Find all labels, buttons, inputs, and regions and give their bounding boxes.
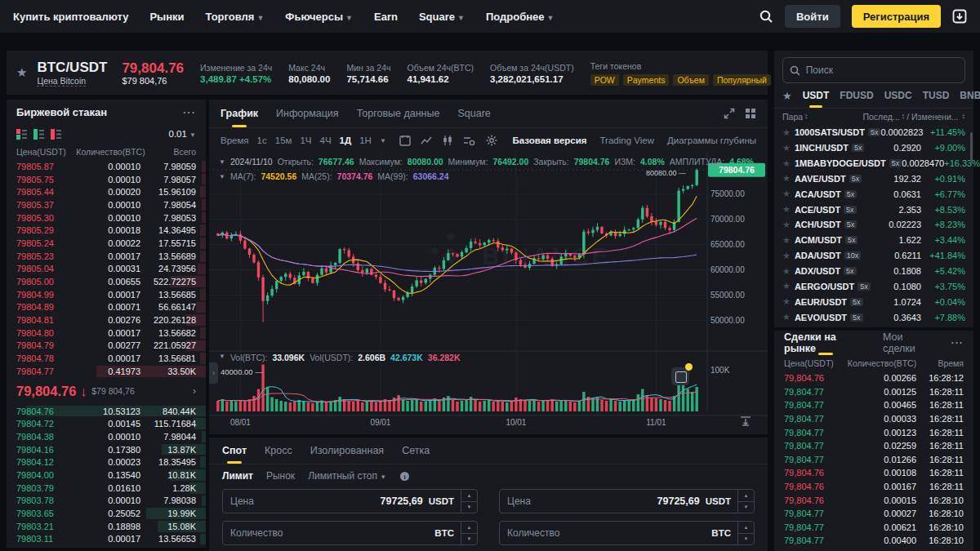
orderbook-row[interactable]: 79804.890.0007156.66147 [7,301,206,314]
quote-tab-FDUSD[interactable]: FDUSD [840,83,873,108]
orderbook-row[interactable]: 79804.000.1354010.81K [7,469,206,482]
sell-price-stepper[interactable]: ▲▼ [737,490,754,513]
favorite-star-icon[interactable]: ★ [782,312,791,322]
orderbook-row[interactable]: 79805.750.000107.98057 [7,173,206,186]
trade-row[interactable]: 79,804.770.0003316:28:11 [774,412,973,426]
candlestick-chart[interactable]: 75000.0070000.0065000.0060000.0055000.00… [209,152,768,431]
collapse-caret-icon[interactable]: ▼ [219,158,225,166]
favorite-star-icon[interactable]: ★ [782,220,791,230]
token-tag[interactable]: Объем [673,74,708,86]
sell-price-field[interactable]: Цена 79725,69 USDT ▲▼ [499,489,755,513]
interval-dropdown-icon[interactable]: ▼ [380,137,386,144]
tab-my-trades[interactable]: Мои сделки [883,331,937,355]
quote-tab-USDT[interactable]: USDT [803,83,830,108]
orderbook-row[interactable]: 79803.210.1889815.08K [7,520,206,533]
market-pair-row[interactable]: ★AERGO/USDT5x0.1080+3.75% [774,278,973,294]
more-chevron-icon[interactable]: › [193,385,196,397]
trade-row[interactable]: 79,804.760.0010816:28:11 [774,466,973,480]
trade-row[interactable]: 79,804.770.0002716:28:10 [774,507,973,521]
favorite-star-icon[interactable]: ★ [16,65,27,80]
search-input[interactable] [804,64,958,77]
pane-collapse-handle[interactable]: › [209,362,218,384]
interval-1Ч[interactable]: 1Ч [300,136,311,145]
trades-menu-icon[interactable]: ··· [951,337,964,349]
trade-row[interactable]: 79,804.760.0026616:28:12 [774,371,973,385]
orderbook-row[interactable]: 79804.770.4197333.50K [7,365,206,378]
token-tag[interactable]: Популярный [713,74,771,86]
trade-row[interactable]: 79,804.770.0062116:28:10 [774,521,973,535]
orderbook-row[interactable]: 79805.000.00655522.72275 [7,275,206,288]
view-option[interactable]: Trading View [599,136,653,145]
orderbook-row[interactable]: 79805.040.0003124.73956 [7,263,206,276]
market-pair-row[interactable]: ★ACH/USDT5x0.02223+8.23% [774,217,973,233]
precision-select[interactable]: 0.01 ▼ [168,129,196,139]
tab-Кросс[interactable]: Кросс [265,438,292,464]
orderbook-row[interactable]: 79804.990.0001713.56685 [7,288,206,301]
nav-item[interactable]: Торговля▼ [206,11,265,23]
nav-item[interactable]: Square▼ [419,11,465,23]
orderbook-menu-icon[interactable]: ··· [183,106,196,118]
orderbook-row[interactable]: 79805.300.000107.98053 [7,211,206,224]
interval-1Д[interactable]: 1Д [340,136,352,145]
indicators-icon[interactable] [463,135,476,146]
market-pair-row[interactable]: ★ACA/USDT5x0.0631+6.77% [774,186,973,202]
pair-price-link[interactable]: Цена Bitcoin [37,76,86,87]
trade-row[interactable]: 79,804.770.0040016:28:10 [774,534,973,548]
favorite-star-icon[interactable]: ★ [782,204,791,215]
orderbook-row[interactable]: 79804.120.0002318.35495 [7,455,206,469]
orderbook-row[interactable]: 79804.800.0001713.56682 [7,327,206,340]
tab-Сетка[interactable]: Сетка [402,438,430,464]
buy-qty-field[interactable]: Количество BTC ▲▼ [222,521,478,545]
chart-region[interactable]: ▼2024/11/10Открыть:76677.46Максимум:8008… [209,152,768,431]
quote-tab-TUSD[interactable]: TUSD [923,83,950,108]
collapse-caret-icon[interactable]: ▼ [219,353,225,362]
tab-Изолированная[interactable]: Изолированная [310,438,384,464]
favorite-star-icon[interactable]: ★ [782,235,791,246]
order-type-Рынок[interactable]: Рынок [266,470,295,482]
market-pair-row[interactable]: ★AAVE/USDT5x192.32+0.91% [774,171,973,187]
tab-График[interactable]: График [220,100,258,127]
market-pair-row[interactable]: ★ADX/USDT5x0.1808+5.42% [774,264,973,279]
settings-gear-icon[interactable] [486,135,497,146]
trade-row[interactable]: 79,804.760.0001516:28:10 [774,493,973,507]
token-tag[interactable]: POW [590,74,619,86]
bids-only-icon[interactable] [33,129,44,140]
register-button[interactable]: Регистрация [852,5,941,28]
trade-row[interactable]: 79,804.770.0225916:28:11 [774,439,973,453]
floating-widget-button[interactable] [671,367,689,385]
sell-qty-stepper[interactable]: ▲▼ [737,522,754,544]
orderbook-row[interactable]: 79805.870.000107.98059 [7,160,206,173]
token-tag[interactable]: Payments [623,74,670,86]
trade-row[interactable]: 79,804.770.0126616:28:11 [774,453,973,467]
view-option[interactable]: Базовая версия [512,136,586,145]
interval-4Ч[interactable]: 4Ч [320,136,332,145]
orderbook-row[interactable]: 79804.7610.53123840.44K [7,405,206,418]
orderbook-row[interactable]: 79804.720.00145115.71684 [7,417,206,430]
candlestick-icon[interactable] [442,135,453,146]
interval-1Н[interactable]: 1Н [359,136,372,145]
view-option[interactable]: Диаграммы глубины [667,136,756,145]
buy-price-stepper[interactable]: ▲▼ [461,490,477,513]
interval-15м[interactable]: 15м [275,136,292,145]
orderbook-row[interactable]: 79805.290.0001814.36495 [7,224,206,237]
buy-qty-stepper[interactable]: ▲▼ [461,522,477,544]
favorite-star-icon[interactable]: ★ [782,266,791,277]
expand-icon[interactable] [724,108,735,119]
download-app-icon[interactable] [952,9,967,24]
scrollbar-thumb[interactable] [970,132,973,163]
favorites-tab-icon[interactable]: ★ [782,90,792,102]
stop-limit-dropdown[interactable]: Лимитный стоп ▼ [308,470,386,482]
quote-tab-USDC[interactable]: USDC [884,83,912,108]
market-pair-row[interactable]: ★1000SATS/USDT5x0.0002823+11.45% [774,125,973,140]
orderbook-row[interactable]: 79804.160.1738013.87K [7,443,206,456]
quote-tab-BNB[interactable]: BNB [960,83,980,108]
col-change[interactable]: / Изменени... [906,112,958,122]
nav-item[interactable]: Подробнее▼ [486,11,555,23]
trade-row[interactable]: 79,804.770.0046516:28:11 [774,398,973,412]
favorite-star-icon[interactable]: ★ [782,173,791,184]
favorite-star-icon[interactable]: ★ [782,251,791,261]
tab-market-trades[interactable]: Сделки на рынке [784,331,868,355]
market-pair-row[interactable]: ★ADA/USDT10x0.6211+41.84% [774,248,973,264]
login-button[interactable]: Войти [785,5,840,28]
orderbook-row[interactable]: 79805.440.0002015.96109 [7,185,206,198]
